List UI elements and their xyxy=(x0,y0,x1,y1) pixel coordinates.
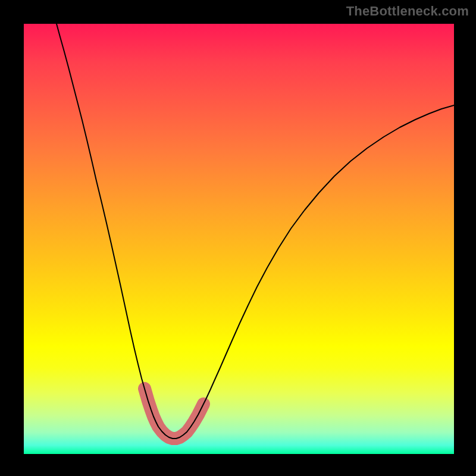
chart-svg xyxy=(24,24,454,454)
chart-plot-area xyxy=(24,24,454,454)
valley-highlight-path xyxy=(145,389,203,439)
chart-frame: TheBottleneck.com xyxy=(0,0,476,476)
curve-path xyxy=(57,24,454,439)
attribution-label: TheBottleneck.com xyxy=(346,4,469,19)
